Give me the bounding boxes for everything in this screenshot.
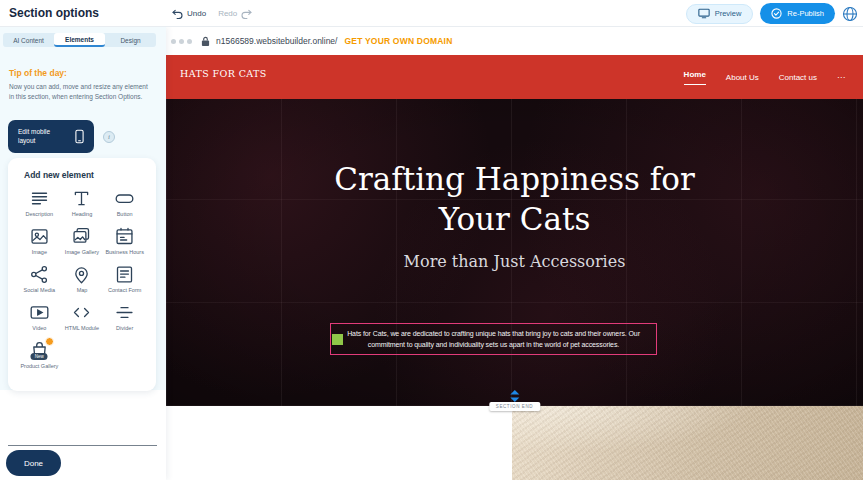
element-item-label: Business Hours: [105, 249, 144, 256]
info-icon[interactable]: i: [103, 131, 115, 143]
tab-ai-content[interactable]: AI Content: [3, 33, 54, 47]
element-item-button[interactable]: Button: [103, 188, 146, 226]
element-item-label: Divider: [116, 325, 133, 332]
sidebar-tabs: AI Content Elements Design: [3, 33, 156, 47]
hero-paragraph-box[interactable]: Hats for Cats, we are dedicated to craft…: [330, 323, 657, 355]
tab-label: Elements: [65, 36, 94, 43]
nav-item-home[interactable]: Home: [684, 70, 706, 85]
page-title: Section options: [9, 6, 99, 20]
site-url: n1566589.websitebuilder.online/: [216, 36, 337, 46]
video-icon: [29, 302, 50, 323]
preview-button[interactable]: Preview: [686, 4, 754, 24]
republish-label: Re-Publish: [787, 9, 824, 18]
check-circle-icon: [771, 8, 782, 19]
tab-design[interactable]: Design: [105, 33, 156, 47]
new-badge: New: [31, 353, 48, 360]
element-item-label: Product Gallery: [20, 363, 58, 370]
nav-more-icon[interactable]: ⋯: [837, 73, 845, 82]
topbar: Section options Undo Redo Preview: [0, 0, 863, 27]
site-logo[interactable]: HATS FOR CATS: [180, 68, 267, 79]
undo-label: Undo: [187, 9, 206, 18]
contact-form-icon: [114, 264, 135, 285]
edit-mobile-layout-button[interactable]: Edit mobile layout: [8, 120, 94, 153]
element-item-label: Social Media: [24, 287, 56, 294]
heading-icon: [71, 188, 92, 209]
image-gallery-icon: [71, 226, 92, 247]
republish-button[interactable]: Re-Publish: [760, 3, 835, 24]
phone-icon: [75, 129, 84, 144]
element-item-label: Image: [32, 249, 47, 256]
divider-icon: [114, 302, 135, 323]
description-icon: [29, 188, 50, 209]
nav-item-about-us[interactable]: About Us: [726, 73, 759, 82]
tab-label: Design: [120, 37, 140, 44]
site-preview-area: n1566589.websitebuilder.online/ GET YOUR…: [166, 27, 863, 480]
nav-item-contact-us[interactable]: Contact us: [779, 73, 817, 82]
redo-button[interactable]: Redo: [218, 9, 252, 19]
app-root: Section options Undo Redo Preview: [0, 0, 863, 480]
element-item-label: Video: [32, 325, 46, 332]
sidebar-divider: [8, 445, 157, 446]
browser-dot: [179, 39, 184, 44]
element-item-html-module[interactable]: HTML Module: [61, 302, 104, 340]
tip-body: Now you can add, move and resize any ele…: [9, 82, 150, 102]
undo-redo-group: Undo Redo: [172, 0, 252, 27]
element-item-description[interactable]: Description: [18, 188, 61, 226]
social-media-icon: [29, 264, 50, 285]
done-button[interactable]: Done: [6, 450, 61, 476]
map-pin-icon: [71, 264, 92, 285]
element-item-video[interactable]: Video: [18, 302, 61, 340]
undo-button[interactable]: Undo: [172, 9, 206, 19]
element-item-label: Button: [117, 211, 133, 218]
element-item-label: Contact Form: [108, 287, 141, 294]
redo-icon: [241, 9, 252, 19]
html-module-icon: [71, 302, 92, 323]
topbar-actions: Preview Re-Publish: [686, 0, 858, 27]
element-item-product-gallery[interactable]: New Product Gallery: [18, 340, 61, 378]
undo-icon: [172, 9, 183, 19]
add-element-panel: Add new element Description Heading: [8, 158, 156, 391]
business-hours-icon: [114, 226, 135, 247]
section-resize-handle[interactable]: SECTION END: [489, 390, 540, 411]
section-end-label: SECTION END: [489, 402, 540, 411]
website-canvas: HATS FOR CATS Home About Us Contact us ⋯…: [166, 55, 863, 480]
monitor-icon: [698, 8, 710, 19]
sidebar: AI Content Elements Design Tip of the da…: [0, 27, 166, 480]
site-header: HATS FOR CATS Home About Us Contact us ⋯: [166, 55, 863, 99]
edit-mobile-label: Edit mobile layout: [18, 128, 68, 145]
hero-heading-line: Your Cats: [166, 199, 863, 239]
element-handle-icon[interactable]: [332, 334, 343, 345]
globe-icon[interactable]: [842, 6, 858, 22]
element-item-label: Description: [26, 211, 54, 218]
get-domain-link[interactable]: GET YOUR OWN DOMAIN: [344, 36, 452, 46]
notification-dot-icon: [45, 337, 54, 346]
preview-label: Preview: [715, 9, 742, 18]
browser-dot: [171, 39, 176, 44]
tip-title: Tip of the day:: [9, 68, 150, 78]
tip-of-the-day: Tip of the day: Now you can add, move an…: [9, 68, 150, 102]
hero-subheading[interactable]: More than Just Accessories: [166, 252, 863, 271]
element-item-divider[interactable]: Divider: [103, 302, 146, 340]
hero-paragraph: Hats for Cats, we are dedicated to craft…: [341, 328, 646, 350]
mobile-layout-row: Edit mobile layout i: [8, 120, 115, 153]
hero-heading[interactable]: Crafting Happiness for Your Cats: [166, 159, 863, 239]
element-item-label: Map: [77, 287, 88, 294]
next-section[interactable]: [166, 406, 863, 480]
element-item-image-gallery[interactable]: Image Gallery: [61, 226, 104, 264]
image-icon: [29, 226, 50, 247]
lock-icon: [201, 36, 210, 47]
carpet-image: [512, 406, 863, 480]
hero-section[interactable]: Crafting Happiness for Your Cats More th…: [166, 99, 863, 406]
element-item-business-hours[interactable]: Business Hours: [103, 226, 146, 264]
element-item-map[interactable]: Map: [61, 264, 104, 302]
tab-elements[interactable]: Elements: [54, 33, 105, 47]
add-panel-title: Add new element: [8, 158, 156, 180]
element-item-label: Heading: [72, 211, 93, 218]
hero-heading-line: Crafting Happiness for: [166, 159, 863, 199]
tab-label: AI Content: [13, 37, 44, 44]
button-icon: [114, 188, 135, 209]
element-item-image[interactable]: Image: [18, 226, 61, 264]
element-item-social-media[interactable]: Social Media: [18, 264, 61, 302]
element-item-heading[interactable]: Heading: [61, 188, 104, 226]
element-item-contact-form[interactable]: Contact Form: [103, 264, 146, 302]
